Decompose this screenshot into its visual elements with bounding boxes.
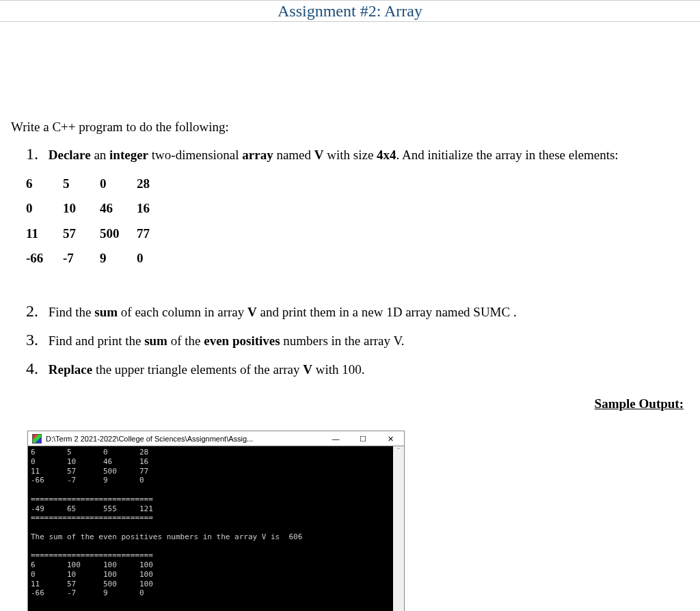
task-item-2: 2. Find the sum of each column in array … bbox=[26, 299, 689, 323]
table-row: -66-790 bbox=[26, 246, 174, 271]
maximize-button[interactable]: ☐ bbox=[349, 431, 377, 446]
console-title: D:\Term 2 2021-2022\College of Sciences\… bbox=[46, 435, 322, 443]
minimize-button[interactable]: — bbox=[322, 431, 349, 446]
app-icon bbox=[32, 434, 42, 444]
task-item-1: 1. Declare an integer two-dimensional ar… bbox=[26, 141, 689, 295]
task-list: 1. Declare an integer two-dimensional ar… bbox=[26, 141, 689, 381]
item-body: Replace the upper triangle elements of t… bbox=[49, 362, 365, 377]
page-title: Assignment #2: Array bbox=[278, 2, 422, 21]
table-row: 115750077 bbox=[26, 221, 174, 247]
item-body: Declare an integer two-dimensional array… bbox=[49, 148, 619, 162]
item-number: 3. bbox=[26, 327, 45, 352]
window-controls: — ☐ ✕ bbox=[322, 431, 404, 446]
item-body: Find and print the sum of the even posit… bbox=[49, 334, 405, 348]
console-output: 6 5 0 28 0 10 46 16 11 57 500 77 -66 -7 … bbox=[28, 446, 404, 611]
task-item-4: 4. Replace the upper triangle elements o… bbox=[26, 356, 689, 381]
item-number: 4. bbox=[26, 356, 45, 381]
console-window: D:\Term 2 2021-2022\College of Sciences\… bbox=[27, 431, 405, 611]
item-body: Find the sum of each column in array V a… bbox=[49, 305, 517, 319]
task-item-3: 3. Find and print the sum of the even po… bbox=[26, 327, 689, 352]
sample-output-label: Sample Output: bbox=[11, 394, 684, 414]
init-matrix: 65028 0104616 115750077 -66-790 bbox=[26, 172, 174, 271]
item-number: 2. bbox=[26, 299, 45, 323]
console-text: 6 5 0 28 0 10 46 16 11 57 500 77 -66 -7 … bbox=[31, 448, 302, 611]
scrollbar-track[interactable]: ˆ bbox=[393, 446, 404, 611]
document-body: Write a C++ program to do the following:… bbox=[0, 22, 700, 413]
page-title-bar: Assignment #2: Array bbox=[0, 0, 700, 22]
console-titlebar: D:\Term 2 2021-2022\College of Sciences\… bbox=[28, 431, 404, 446]
scroll-up-icon[interactable]: ˆ bbox=[393, 446, 404, 457]
table-row: 0104616 bbox=[26, 196, 174, 221]
close-button[interactable]: ✕ bbox=[377, 431, 404, 446]
intro-text: Write a C++ program to do the following: bbox=[11, 118, 689, 137]
table-row: 65028 bbox=[26, 172, 174, 197]
item-number: 1. bbox=[26, 141, 45, 166]
